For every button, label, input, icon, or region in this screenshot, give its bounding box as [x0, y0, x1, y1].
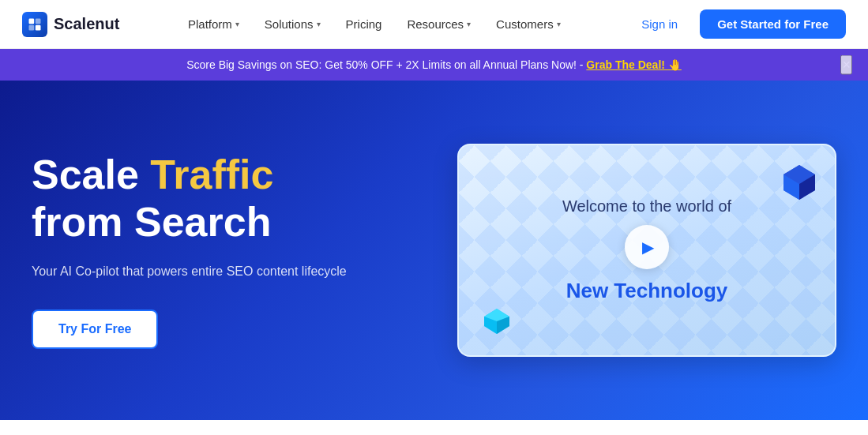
- video-content: Welcome to the world of New Technology: [562, 197, 731, 303]
- svg-rect-1: [36, 18, 41, 24]
- chevron-down-icon: ▾: [235, 20, 239, 28]
- hero-right: Welcome to the world of New Technology: [457, 144, 836, 357]
- sign-in-button[interactable]: Sign in: [629, 11, 690, 37]
- nav-resources[interactable]: Resources ▾: [396, 11, 482, 37]
- get-started-button[interactable]: Get Started for Free: [700, 9, 846, 39]
- chevron-down-icon: ▾: [557, 20, 561, 28]
- play-button[interactable]: [625, 225, 669, 269]
- logo-text: Scalenut: [54, 15, 119, 33]
- chevron-down-icon: ▾: [467, 20, 471, 28]
- svg-rect-3: [36, 24, 41, 30]
- nav-links: Platform ▾ Solutions ▾ Pricing Resources…: [177, 11, 572, 37]
- nav-solutions[interactable]: Solutions ▾: [254, 11, 332, 37]
- try-for-free-button[interactable]: Try For Free: [32, 309, 158, 349]
- hero-title: Scale Traffic from Search: [32, 152, 410, 246]
- nav-platform[interactable]: Platform ▾: [177, 11, 250, 37]
- promo-banner: Score Big Savings on SEO: Get 50% OFF + …: [0, 49, 868, 81]
- video-line1: Welcome to the world of: [562, 197, 731, 216]
- cube-decoration: [780, 161, 819, 201]
- video-line2: New Technology: [566, 279, 728, 303]
- banner-text: Score Big Savings on SEO: Get 50% OFF + …: [186, 58, 682, 71]
- logo-icon: [22, 12, 47, 37]
- nav-right: Sign in Get Started for Free: [629, 9, 846, 39]
- navbar: Scalenut Platform ▾ Solutions ▾ Pricing …: [0, 0, 868, 49]
- logo[interactable]: Scalenut: [22, 12, 119, 37]
- svg-rect-2: [29, 24, 35, 30]
- svg-rect-0: [29, 18, 35, 24]
- hero-section: Scale Traffic from Search Your AI Co-pil…: [0, 81, 868, 420]
- video-thumbnail[interactable]: Welcome to the world of New Technology: [457, 144, 836, 357]
- nav-customers[interactable]: Customers ▾: [485, 11, 572, 37]
- banner-close-button[interactable]: ×: [840, 55, 852, 75]
- hero-subtitle: Your AI Co-pilot that powers entire SEO …: [32, 262, 410, 281]
- gem-decoration: [483, 307, 511, 336]
- nav-pricing[interactable]: Pricing: [335, 11, 393, 37]
- banner-deal-link[interactable]: Grab The Deal! 🤚: [586, 58, 681, 71]
- hero-left: Scale Traffic from Search Your AI Co-pil…: [32, 152, 410, 349]
- chevron-down-icon: ▾: [317, 20, 321, 28]
